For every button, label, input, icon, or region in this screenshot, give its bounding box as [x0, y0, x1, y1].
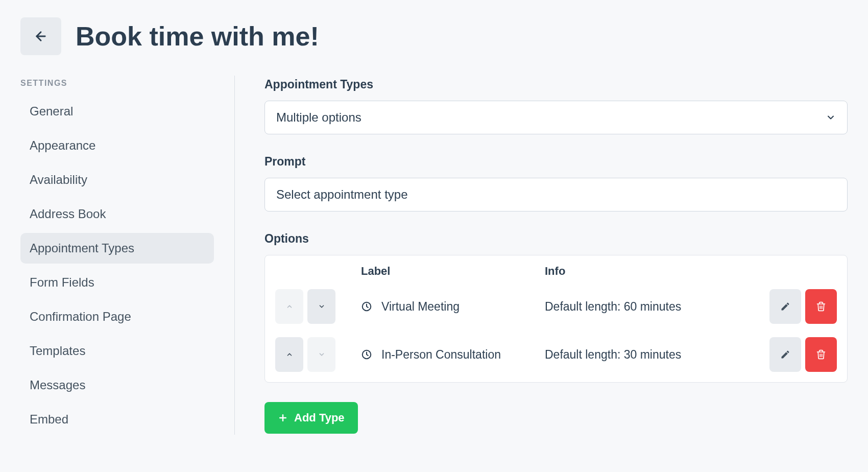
sidebar-item-embed[interactable]: Embed [20, 404, 214, 435]
sidebar-item-address-book[interactable]: Address Book [20, 199, 214, 229]
add-button-label: Add Type [294, 411, 345, 424]
move-up-button [275, 289, 303, 324]
arrow-left-icon [34, 29, 48, 43]
prompt-label: Prompt [264, 155, 848, 169]
chevron-up-icon [286, 303, 293, 310]
trash-icon [816, 301, 826, 312]
clock-icon [361, 349, 372, 360]
sidebar-item-label: Messages [30, 378, 85, 392]
chevron-down-icon [318, 303, 325, 310]
sidebar-item-label: Form Fields [30, 275, 94, 289]
chevron-down-icon [318, 351, 325, 358]
delete-button[interactable] [805, 289, 837, 324]
sidebar: SETTINGS General Appearance Availability… [20, 76, 235, 435]
sidebar-item-label: Availability [30, 173, 87, 186]
option-label: In-Person Consultation [381, 348, 501, 362]
option-actions [759, 289, 837, 324]
option-actions [759, 337, 837, 372]
pencil-icon [780, 301, 790, 312]
sidebar-item-label: Address Book [30, 207, 106, 221]
option-info: Default length: 60 minutes [545, 300, 759, 314]
sidebar-item-label: Appearance [30, 138, 95, 152]
col-reorder [275, 265, 361, 278]
sidebar-item-messages[interactable]: Messages [20, 370, 214, 400]
sidebar-item-label: Appointment Types [30, 241, 134, 255]
appointment-types-select[interactable]: Multiple options [264, 101, 848, 134]
col-actions [759, 265, 837, 278]
sidebar-item-label: Confirmation Page [30, 310, 131, 323]
sidebar-item-templates[interactable]: Templates [20, 336, 214, 366]
prompt-input[interactable] [264, 178, 848, 211]
col-label: Label [361, 265, 545, 278]
chevron-up-icon [286, 351, 293, 358]
options-table: Label Info [264, 255, 848, 383]
option-row: In-Person Consultation Default length: 3… [265, 333, 847, 382]
sidebar-item-confirmation-page[interactable]: Confirmation Page [20, 301, 214, 332]
page-title: Book time with me! [76, 21, 319, 52]
trash-icon [816, 349, 826, 360]
option-info: Default length: 30 minutes [545, 348, 759, 362]
select-value: Multiple options [276, 110, 361, 125]
sidebar-item-form-fields[interactable]: Form Fields [20, 267, 214, 298]
appointment-types-label: Appointment Types [264, 78, 848, 91]
plus-icon [278, 413, 288, 423]
move-down-button[interactable] [307, 289, 335, 324]
col-info: Info [545, 265, 759, 278]
sidebar-item-label: Templates [30, 344, 85, 358]
body: SETTINGS General Appearance Availability… [0, 65, 868, 435]
clock-icon [361, 301, 372, 312]
main-content: Appointment Types Multiple options Promp… [235, 76, 848, 435]
option-label: Virtual Meeting [381, 300, 460, 314]
sidebar-item-appearance[interactable]: Appearance [20, 130, 214, 161]
nav-list: General Appearance Availability Address … [20, 96, 214, 435]
reorder-buttons [275, 289, 361, 324]
chevron-down-icon [826, 112, 836, 123]
edit-button[interactable] [769, 289, 801, 324]
move-up-button[interactable] [275, 337, 303, 372]
sidebar-item-label: General [30, 104, 73, 118]
sidebar-item-general[interactable]: General [20, 96, 214, 127]
header: Book time with me! [0, 0, 868, 65]
option-label-cell: Virtual Meeting [361, 300, 545, 314]
option-label-cell: In-Person Consultation [361, 348, 545, 362]
back-button[interactable] [20, 17, 61, 55]
edit-button[interactable] [769, 337, 801, 372]
pencil-icon [780, 349, 790, 360]
sidebar-item-availability[interactable]: Availability [20, 164, 214, 195]
sidebar-item-appointment-types[interactable]: Appointment Types [20, 233, 214, 264]
add-type-button[interactable]: Add Type [264, 402, 358, 434]
option-row: Virtual Meeting Default length: 60 minut… [265, 285, 847, 328]
reorder-buttons [275, 337, 361, 372]
delete-button[interactable] [805, 337, 837, 372]
options-label: Options [264, 232, 848, 246]
settings-heading: SETTINGS [20, 79, 214, 96]
move-down-button [307, 337, 335, 372]
sidebar-item-label: Embed [30, 412, 68, 426]
options-header: Label Info [265, 255, 847, 285]
